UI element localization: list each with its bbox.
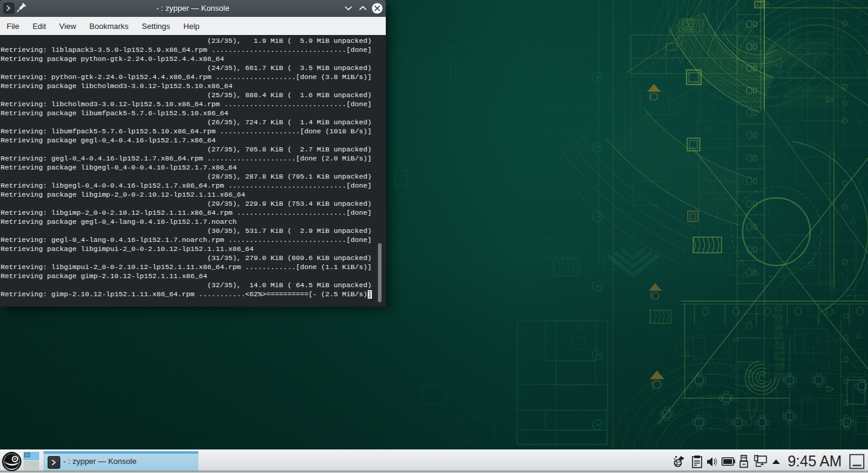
svg-text:5: 5 [594, 353, 601, 357]
svg-text:4: 4 [594, 423, 601, 427]
svg-text:8: 8 [594, 145, 601, 149]
svg-text:6: 6 [594, 284, 601, 288]
svg-text:6: 6 [594, 75, 601, 79]
svg-text:7: 7 [594, 215, 601, 218]
